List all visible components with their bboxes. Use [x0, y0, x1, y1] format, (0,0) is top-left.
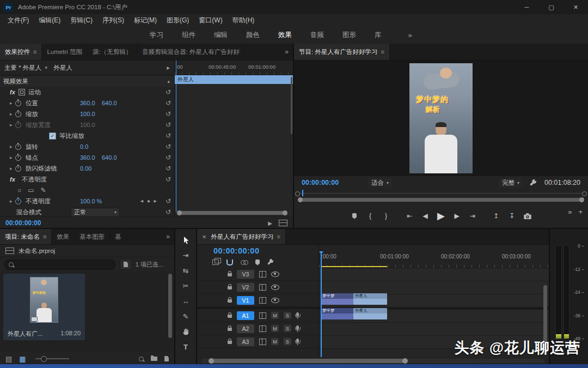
- program-zoom-scrollbar[interactable]: [294, 197, 588, 203]
- play-button[interactable]: ▶: [437, 210, 445, 222]
- reset-icon[interactable]: ↺: [166, 176, 171, 183]
- timeline-playhead[interactable]: [321, 252, 322, 357]
- chevron-down-icon[interactable]: ▾: [45, 65, 50, 70]
- timeline-hscrollbar[interactable]: [210, 359, 407, 363]
- settings-wrench-icon[interactable]: [530, 179, 537, 186]
- menu-sequence[interactable]: 序列(S): [97, 16, 129, 25]
- minimize-button[interactable]: ─: [514, 0, 539, 14]
- tab-audio-clip-mixer[interactable]: 音频剪辑混合器: 外星人有广告好好: [137, 44, 245, 60]
- mark-in-button[interactable]: {: [366, 212, 374, 220]
- program-current-timecode[interactable]: 00:00:00:00: [302, 179, 339, 186]
- panel-menu-icon[interactable]: ≡: [33, 49, 36, 55]
- track-output-icon[interactable]: [271, 272, 279, 277]
- menu-help[interactable]: 帮助(H): [228, 16, 260, 25]
- reset-icon[interactable]: ↺: [166, 122, 171, 128]
- next-keyframe-icon[interactable]: ▶: [154, 199, 157, 203]
- maximize-button[interactable]: ▢: [539, 0, 564, 14]
- mark-out-button[interactable]: }: [382, 212, 390, 220]
- audio-clip[interactable]: 梦中梦: [321, 308, 353, 319]
- opacity-value[interactable]: 100.0 %: [80, 198, 106, 204]
- ellipse-mask-icon[interactable]: ○: [17, 186, 21, 194]
- reset-icon[interactable]: ↺: [166, 198, 171, 204]
- effect-timeline-ruler[interactable]: 00 00:00:45:00 00:01:00:00: [175, 61, 293, 75]
- effect-lane-hscrollbar[interactable]: [178, 211, 286, 215]
- slip-tool[interactable]: ↔: [178, 294, 193, 308]
- reset-icon[interactable]: ↺: [166, 132, 171, 139]
- button-editor-button[interactable]: +: [578, 208, 583, 216]
- track-label-a3[interactable]: A3: [237, 337, 254, 346]
- tab-project[interactable]: 项目: 未命名 ≡: [0, 229, 52, 244]
- tab-truncated[interactable]: 基: [110, 229, 127, 244]
- tab-essential-graphics[interactable]: 基本图形: [75, 229, 110, 244]
- expand-icon[interactable]: ▸: [10, 144, 15, 149]
- prev-keyframe-icon[interactable]: ◀: [140, 199, 143, 203]
- workspace-effects[interactable]: 效果: [269, 31, 301, 40]
- effect-controls-timecode[interactable]: 00:00:00:00: [5, 219, 41, 227]
- workspace-libraries[interactable]: 库: [365, 31, 391, 40]
- lock-icon[interactable]: [228, 315, 232, 318]
- ripple-edit-tool[interactable]: ⇆: [178, 264, 193, 277]
- tab-sequence[interactable]: ✕ 外星人有广告好好学习 ≡: [197, 229, 286, 244]
- reset-icon[interactable]: ↺: [166, 111, 171, 117]
- reset-icon[interactable]: ↺: [166, 165, 171, 172]
- tab-effect-controls[interactable]: 效果控件 ≡: [0, 44, 42, 60]
- mute-button[interactable]: M: [271, 312, 279, 319]
- track-select-tool[interactable]: ⇥: [178, 249, 193, 262]
- playback-quality-dropdown[interactable]: 完整 ▾: [499, 178, 523, 188]
- reset-icon[interactable]: ↺: [166, 100, 171, 106]
- track-label-v2[interactable]: V2: [237, 283, 254, 292]
- anchor-x-value[interactable]: 360.0: [80, 154, 100, 161]
- workspace-editing[interactable]: 编辑: [205, 31, 237, 40]
- more-buttons-icon[interactable]: »: [568, 208, 572, 216]
- add-marker-button[interactable]: [351, 213, 358, 219]
- project-item[interactable]: 梦中梦的 外星人有广... 1:08:20: [3, 274, 85, 340]
- workspace-audio[interactable]: 音频: [301, 31, 333, 40]
- collapse-section-icon[interactable]: ▴: [167, 79, 170, 84]
- effect-clip-bar[interactable]: 外星人: [175, 75, 293, 84]
- workspace-assembly[interactable]: 组件: [173, 31, 205, 40]
- lock-icon[interactable]: [228, 286, 232, 289]
- rotation-value[interactable]: 0.0: [80, 143, 100, 150]
- stopwatch-icon[interactable]: [15, 111, 21, 117]
- effect-playhead[interactable]: [176, 61, 176, 212]
- sync-lock-icon[interactable]: [259, 325, 266, 332]
- new-item-button[interactable]: [164, 356, 169, 361]
- export-frame-button[interactable]: [524, 213, 531, 219]
- lift-button[interactable]: ↥: [492, 212, 500, 220]
- reset-icon[interactable]: ↺: [166, 89, 171, 95]
- antiflicker-value[interactable]: 0.00: [80, 165, 100, 172]
- search-input[interactable]: [17, 261, 111, 268]
- rectangle-mask-icon[interactable]: ▭: [28, 186, 34, 194]
- sync-lock-icon[interactable]: [259, 284, 266, 291]
- tab-source-monitor[interactable]: 源:（无剪辑）: [88, 44, 137, 60]
- effect-lane-vscrollbar[interactable]: [291, 77, 292, 134]
- master-clip-button[interactable]: 主要 * 外星人: [4, 64, 41, 72]
- expand-icon[interactable]: ▸: [10, 100, 15, 106]
- zoom-level-dropdown[interactable]: 适合 ▾: [368, 178, 392, 188]
- panel-tab-overflow-icon[interactable]: »: [162, 229, 174, 244]
- motion-effect-row[interactable]: fx 运动 ↺: [0, 87, 174, 98]
- blend-mode-dropdown[interactable]: 正常 ▾: [71, 208, 120, 217]
- stopwatch-icon[interactable]: [15, 144, 21, 150]
- project-item-name[interactable]: 外星人有广...: [8, 330, 42, 338]
- track-label-v3[interactable]: V3: [237, 270, 254, 279]
- type-tool[interactable]: T: [178, 340, 193, 354]
- fx-badge-icon[interactable]: fx: [10, 89, 19, 95]
- tab-effects[interactable]: 效果: [52, 229, 75, 244]
- track-label-v1[interactable]: V1: [237, 296, 254, 305]
- position-y-value[interactable]: 640.0: [102, 100, 121, 106]
- workspace-overflow-icon[interactable]: »: [408, 31, 412, 39]
- add-keyframe-icon[interactable]: ◆: [147, 199, 150, 203]
- menu-clip[interactable]: 剪辑(C): [65, 16, 97, 25]
- close-button[interactable]: ✕: [564, 0, 588, 14]
- lock-icon[interactable]: [228, 273, 232, 276]
- workspace-graphics[interactable]: 图形: [333, 31, 365, 40]
- project-vscrollbar[interactable]: [168, 274, 172, 338]
- nest-insert-icon[interactable]: [212, 260, 219, 265]
- step-back-button[interactable]: ◀: [421, 212, 429, 220]
- pen-tool[interactable]: ✎: [178, 310, 193, 323]
- workspace-learning[interactable]: 学习: [140, 31, 173, 40]
- search-options-button[interactable]: [120, 259, 132, 270]
- video-clip[interactable]: 外星人: [353, 293, 387, 305]
- expand-icon[interactable]: ▸: [10, 166, 15, 171]
